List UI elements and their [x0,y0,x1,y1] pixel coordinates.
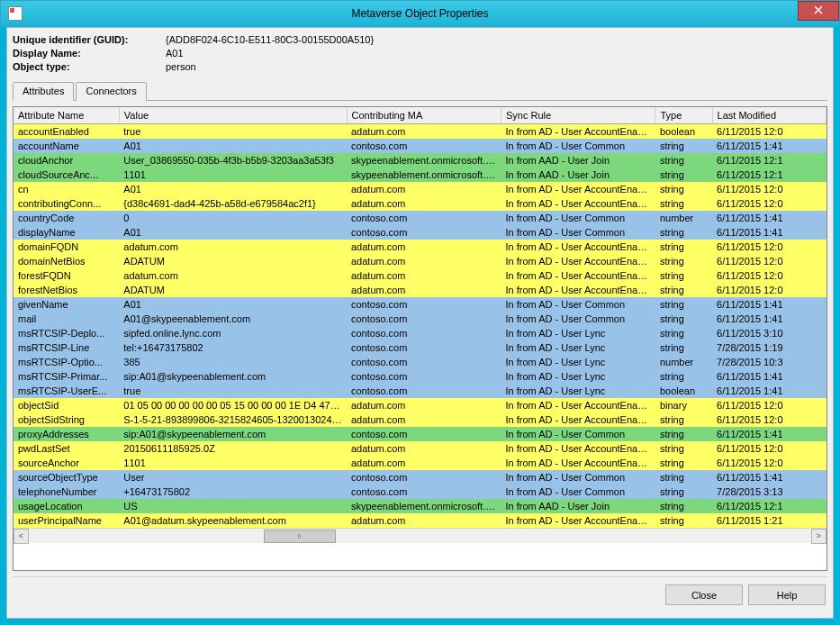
table-row[interactable]: domainNetBiosADATUMadatum.comIn from AD … [14,254,826,268]
cell-ma: contoso.com [347,139,501,153]
cell-attr: displayName [14,225,119,240]
cell-rule: In from AD - User AccountEnabled [501,196,655,211]
cell-rule: In from AD - User AccountEnabled [501,182,655,196]
table-row[interactable]: msRTCSIP-Linetel:+16473175802contoso.com… [14,340,826,355]
table-row[interactable]: usageLocationUSskypeenablement.onmicroso… [14,499,826,513]
horizontal-scrollbar[interactable]: < II > [14,528,826,543]
cell-mod: 6/11/2015 12:0 [712,254,826,268]
table-row[interactable]: cloudSourceAnc...1101skypeenablement.onm… [14,168,826,182]
cell-type: string [655,312,712,326]
cell-value: A01 [119,297,347,312]
cell-value: 1101 [119,456,347,470]
cell-ma: contoso.com [347,326,501,340]
cell-mod: 6/11/2015 1:41 [712,297,826,312]
table-row[interactable]: mailA01@skypeenablement.comcontoso.comIn… [14,312,826,326]
cell-value: adatum.com [119,268,347,283]
close-icon [814,5,823,17]
cell-mod: 6/11/2015 12:0 [712,283,826,297]
table-row[interactable]: givenNameA01contoso.comIn from AD - User… [14,297,826,312]
cell-mod: 6/11/2015 12:0 [712,124,826,140]
col-type[interactable]: Type [655,107,712,124]
table-row[interactable]: forestNetBiosADATUMadatum.comIn from AD … [14,283,826,297]
cell-type: string [655,485,712,499]
cell-ma: skypeenablement.onmicrosoft.com - AAD [347,499,501,513]
table-row[interactable]: pwdLastSet20150611185925.0Zadatum.comIn … [14,441,826,456]
window-title: Metaverse Object Properties [1,7,839,20]
col-attr[interactable]: Attribute Name [14,107,119,124]
table-row[interactable]: cnA01adatum.comIn from AD - User Account… [14,182,826,196]
scroll-left-button[interactable]: < [14,529,29,544]
cell-attr: sourceAnchor [14,456,119,470]
cell-attr: domainFQDN [14,240,119,254]
cell-value: sip:A01@skypeenablement.com [119,427,347,441]
cell-mod: 6/11/2015 1:41 [712,211,826,225]
table-row[interactable]: proxyAddressessip:A01@skypeenablement.co… [14,427,826,441]
table-row[interactable]: objectSid01 05 00 00 00 00 00 05 15 00 0… [14,398,826,412]
cell-value: ADATUM [119,283,347,297]
tab-connectors[interactable]: Connectors [76,82,146,101]
table-row[interactable]: telephoneNumber+16473175802contoso.comIn… [14,485,826,499]
cell-rule: In from AD - User Common [501,470,655,485]
client-area: Unique identifier (GUID): {ADD8F024-6C10… [6,27,834,619]
cell-attr: msRTCSIP-Primar... [14,369,119,384]
cell-type: string [655,153,712,168]
cell-ma: adatum.com [347,196,501,211]
table-row[interactable]: msRTCSIP-UserE...truecontoso.comIn from … [14,384,826,398]
cell-type: string [655,168,712,182]
cell-rule: In from AD - User Common [501,211,655,225]
table-row[interactable]: forestFQDNadatum.comadatum.comIn from AD… [14,268,826,283]
cell-value: tel:+16473175802 [119,340,347,355]
tab-label: Attributes [23,86,64,96]
col-rule[interactable]: Sync Rule [501,107,655,124]
cell-ma: adatum.com [347,283,501,297]
table-row[interactable]: objectSidStringS-1-5-21-893899806-321582… [14,412,826,427]
col-ma[interactable]: Contributing MA [347,107,501,124]
cell-ma: contoso.com [347,340,501,355]
cell-ma: adatum.com [347,398,501,412]
cell-value: 0 [119,211,347,225]
cell-attr: pwdLastSet [14,441,119,456]
cell-type: boolean [655,124,712,140]
object-meta: Unique identifier (GUID): {ADD8F024-6C10… [13,33,827,77]
grip-icon: II [297,532,301,540]
cell-type: string [655,225,712,240]
cell-ma: adatum.com [347,254,501,268]
help-button[interactable]: Help [748,584,826,605]
table-row[interactable]: msRTCSIP-Deplo...sipfed.online.lync.comc… [14,326,826,340]
cell-attr: msRTCSIP-UserE... [14,384,119,398]
table-row[interactable]: countryCode0contoso.comIn from AD - User… [14,211,826,225]
cell-mod: 6/11/2015 12:1 [712,168,826,182]
cell-ma: contoso.com [347,297,501,312]
scroll-right-button[interactable]: > [811,529,826,544]
header-row: Attribute Name Value Contributing MA Syn… [14,107,826,124]
table-row[interactable]: userPrincipalNameA01@adatum.skypeenablem… [14,513,826,528]
tab-attributes[interactable]: Attributes [13,82,74,101]
table-row[interactable]: sourceAnchor1101adatum.comIn from AD - U… [14,456,826,470]
cell-mod: 6/11/2015 12:1 [712,499,826,513]
table-row[interactable]: contributingConn...{d38c4691-dad4-425b-a… [14,196,826,211]
table-row[interactable]: cloudAnchorUser_03869550-035b-4f3b-b5b9-… [14,153,826,168]
table-row[interactable]: sourceObjectTypeUsercontoso.comIn from A… [14,470,826,485]
table-row[interactable]: displayNameA01contoso.comIn from AD - Us… [14,225,826,240]
cell-rule: In from AD - User AccountEnabled [501,398,655,412]
col-value[interactable]: Value [119,107,347,124]
table-row[interactable]: accountEnabledtrueadatum.comIn from AD -… [14,124,826,140]
titlebar[interactable]: Metaverse Object Properties [0,0,840,27]
cell-ma: contoso.com [347,485,501,499]
table-row[interactable]: domainFQDNadatum.comadatum.comIn from AD… [14,240,826,254]
table-row[interactable]: accountNameA01contoso.comIn from AD - Us… [14,139,826,153]
cell-type: string [655,427,712,441]
close-button[interactable]: Close [665,584,743,605]
cell-ma: contoso.com [347,470,501,485]
cell-value: User_03869550-035b-4f3b-b5b9-3203aa3a53f… [119,153,347,168]
col-mod[interactable]: Last Modified [712,107,826,124]
table-row[interactable]: msRTCSIP-Primar...sip:A01@skypeenablemen… [14,369,826,384]
window-close-button[interactable] [798,1,839,21]
cell-type: string [655,268,712,283]
cell-mod: 6/11/2015 12:0 [712,240,826,254]
cell-rule: In from AAD - User Join [501,153,655,168]
table-row[interactable]: msRTCSIP-Optio...385contoso.comIn from A… [14,355,826,369]
cell-type: string [655,254,712,268]
scroll-thumb[interactable]: II [264,530,336,543]
scroll-track[interactable]: II [29,529,811,544]
